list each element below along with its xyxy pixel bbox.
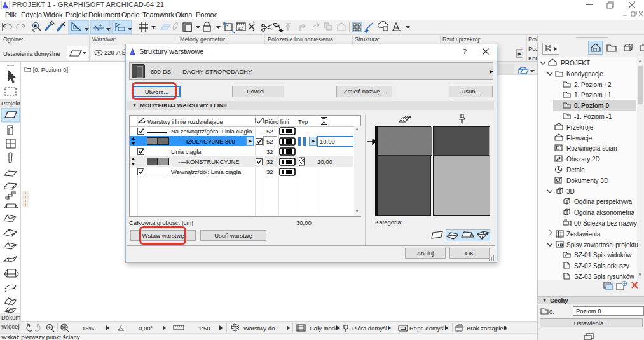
svg-text:+: + (623, 282, 626, 286)
svg-text:12: 12 (238, 26, 243, 31)
